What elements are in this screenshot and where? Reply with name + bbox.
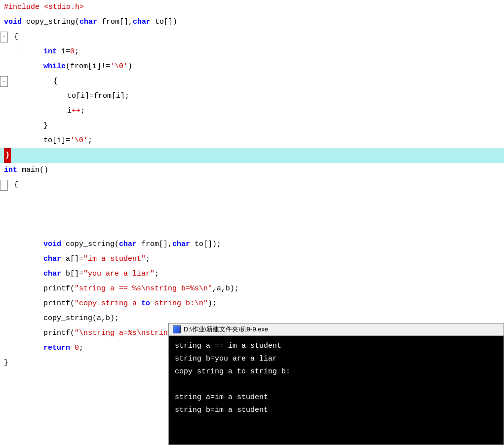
code-line-10: to[i]='\0'; <box>0 133 504 148</box>
terminal-title: D:\作业\新建文件夹\例9-9.exe <box>184 325 268 334</box>
code-line-12: int main() <box>0 163 504 178</box>
code-line-3: - { <box>0 30 504 44</box>
terminal-body: string a == im a student string b=you ar… <box>169 336 504 445</box>
code-line-2: void copy_string(char from[],char to[]) <box>0 15 504 30</box>
terminal-line-1: string a == im a student <box>175 340 498 353</box>
terminal-icon <box>173 325 181 333</box>
collapse-button-6[interactable]: - <box>0 76 8 87</box>
red-box-bracket: } <box>4 148 11 163</box>
collapse-button-13[interactable]: - <box>0 180 8 191</box>
code-line-11: } <box>0 148 504 163</box>
code-line-6: - { <box>0 74 504 89</box>
terminal-line-6: string b=im a student <box>175 404 498 417</box>
code-area: #include <stdio.h> void copy_string(char… <box>0 0 504 370</box>
terminal-titlebar: D:\作业\新建文件夹\例9-9.exe <box>169 324 504 336</box>
code-line-13: - { <box>0 178 504 193</box>
terminal-line-3: copy string a to string b: <box>175 365 498 378</box>
collapse-button-3[interactable]: - <box>0 32 8 42</box>
terminal-line-5: string a=im a student <box>175 391 498 404</box>
code-line-17: char b[]="you are a liar"; <box>0 267 504 282</box>
terminal-line-4 <box>175 378 498 391</box>
code-line-9: } <box>0 119 504 133</box>
code-line-1: #include <stdio.h> <box>0 0 504 15</box>
terminal-window: D:\作业\新建文件夹\例9-9.exe string a == im a st… <box>168 323 504 445</box>
code-line-8: i++; <box>0 104 504 119</box>
terminal-line-2: string b=you are a liar <box>175 353 498 365</box>
code-line-7: to[i]=from[i]; <box>0 89 504 104</box>
code-line-14 <box>0 193 504 237</box>
code-line-5: while(from[i]!='\0') <box>0 59 504 74</box>
code-line-18: printf("string a == %s\nstring b=%s\n",a… <box>0 282 504 296</box>
code-line-16: char a[]="im a student"; <box>0 252 504 267</box>
code-line-19: printf("copy string a to string b:\n"); <box>0 296 504 311</box>
code-line-4: int i=0; <box>0 44 504 59</box>
code-editor: #include <stdio.h> void copy_string(char… <box>0 0 504 445</box>
code-line-15: void copy_string(char from[],char to[]); <box>0 237 504 252</box>
